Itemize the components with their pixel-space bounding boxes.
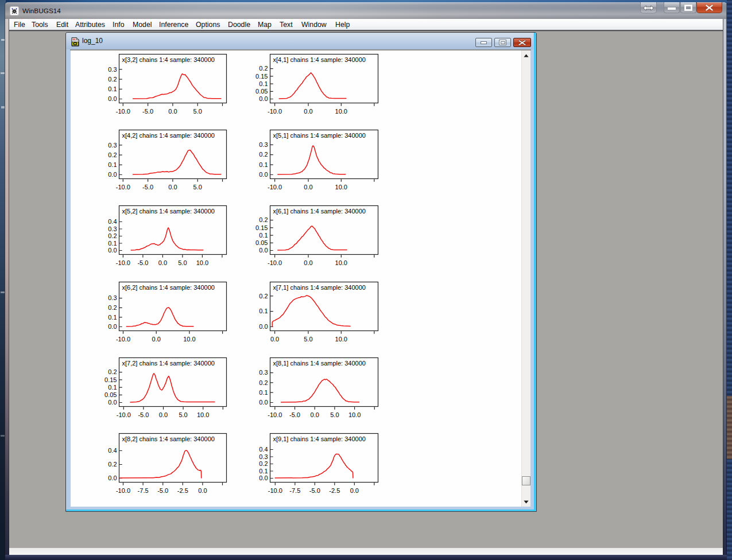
- svg-text:-10.0: -10.0: [268, 259, 282, 266]
- svg-text:0.2: 0.2: [259, 216, 268, 223]
- svg-text:0.1: 0.1: [259, 389, 268, 396]
- svg-text:0.2: 0.2: [108, 368, 117, 375]
- svg-text:0.2: 0.2: [259, 151, 268, 158]
- svg-text:10.0: 10.0: [348, 411, 361, 418]
- svg-text:0.3: 0.3: [108, 294, 117, 301]
- svg-text:0.4: 0.4: [108, 447, 117, 454]
- svg-text:-5.0: -5.0: [142, 184, 153, 190]
- svg-text:0.2: 0.2: [108, 151, 117, 158]
- svg-text:-10.0: -10.0: [116, 108, 130, 115]
- svg-text:-10.0: -10.0: [117, 411, 131, 418]
- svg-text:x[4,1] chains 1:4 sample: 3400: x[4,1] chains 1:4 sample: 340000: [273, 56, 366, 63]
- svg-text:-10.0: -10.0: [116, 259, 130, 266]
- svg-text:0.0: 0.0: [159, 411, 168, 418]
- svg-text:0.2: 0.2: [259, 293, 268, 300]
- svg-text:x[6,1] chains 1:4 sample: 3400: x[6,1] chains 1:4 sample: 340000: [273, 208, 366, 215]
- svg-text:0.0: 0.0: [259, 95, 268, 102]
- svg-text:0.05: 0.05: [104, 391, 117, 398]
- svg-text:0.1: 0.1: [108, 161, 117, 168]
- svg-text:0.0: 0.0: [108, 475, 117, 481]
- svg-text:-5.0: -5.0: [157, 487, 168, 494]
- svg-text:5.0: 5.0: [304, 336, 312, 343]
- svg-text:5.0: 5.0: [193, 108, 202, 115]
- svg-text:0.3: 0.3: [259, 141, 268, 148]
- svg-text:0.0: 0.0: [108, 95, 117, 102]
- svg-text:x[5,1] chains 1:4 sample: 3400: x[5,1] chains 1:4 sample: 340000: [273, 132, 366, 139]
- svg-text:0.2: 0.2: [108, 232, 117, 239]
- svg-text:5.0: 5.0: [178, 259, 187, 266]
- svg-text:-10.0: -10.0: [268, 184, 282, 190]
- svg-text:x[3,2] chains 1:4 sample: 3400: x[3,2] chains 1:4 sample: 340000: [122, 56, 215, 63]
- svg-text:0.0: 0.0: [198, 487, 207, 494]
- svg-text:-10.0: -10.0: [116, 184, 130, 190]
- svg-text:-7.5: -7.5: [289, 487, 300, 494]
- svg-text:-10.0: -10.0: [116, 336, 130, 343]
- svg-text:0.1: 0.1: [259, 161, 268, 168]
- svg-text:0.2: 0.2: [259, 460, 268, 467]
- svg-text:-10.0: -10.0: [116, 487, 130, 494]
- svg-text:0.0: 0.0: [311, 411, 319, 418]
- svg-text:0.2: 0.2: [108, 461, 117, 468]
- svg-text:-2.5: -2.5: [177, 487, 188, 494]
- svg-text:0.1: 0.1: [108, 85, 117, 92]
- svg-text:5.0: 5.0: [193, 184, 202, 190]
- svg-text:0.15: 0.15: [104, 376, 117, 383]
- svg-text:x[7,1] chains 1:4 sample: 3400: x[7,1] chains 1:4 sample: 340000: [273, 284, 366, 291]
- svg-text:10.0: 10.0: [183, 336, 195, 343]
- svg-text:0.1: 0.1: [259, 80, 268, 87]
- svg-text:0.1: 0.1: [108, 240, 117, 247]
- svg-text:0.0: 0.0: [304, 108, 312, 115]
- svg-text:0.2: 0.2: [108, 76, 117, 83]
- svg-text:0.4: 0.4: [259, 446, 268, 453]
- svg-text:0.1: 0.1: [259, 308, 268, 314]
- svg-text:0.0: 0.0: [108, 399, 117, 406]
- svg-text:0.4: 0.4: [108, 218, 117, 225]
- svg-text:0.0: 0.0: [108, 171, 117, 178]
- svg-text:0.05: 0.05: [255, 88, 268, 95]
- svg-text:-5.0: -5.0: [309, 487, 320, 494]
- svg-text:x[6,2] chains 1:4 sample: 3400: x[6,2] chains 1:4 sample: 340000: [122, 284, 215, 291]
- svg-text:x[8,2] chains 1:4 sample: 3400: x[8,2] chains 1:4 sample: 340000: [122, 435, 215, 442]
- svg-text:5.0: 5.0: [179, 411, 187, 418]
- svg-text:-10.0: -10.0: [268, 411, 282, 418]
- svg-text:0.0: 0.0: [108, 323, 117, 330]
- svg-text:x[8,1] chains 1:4 sample: 3400: x[8,1] chains 1:4 sample: 340000: [273, 360, 366, 367]
- svg-text:0.3: 0.3: [259, 453, 268, 460]
- svg-text:0.0: 0.0: [168, 108, 177, 115]
- svg-text:10.0: 10.0: [197, 411, 209, 418]
- svg-text:0.1: 0.1: [259, 232, 268, 239]
- svg-text:0.0: 0.0: [108, 247, 117, 254]
- svg-text:0.1: 0.1: [259, 468, 268, 475]
- svg-text:0.0: 0.0: [152, 336, 161, 343]
- svg-text:0.05: 0.05: [255, 239, 268, 246]
- svg-text:0.0: 0.0: [350, 487, 359, 494]
- svg-text:0.0: 0.0: [158, 259, 167, 266]
- svg-text:-5.0: -5.0: [137, 259, 148, 266]
- svg-text:-7.5: -7.5: [138, 487, 149, 494]
- svg-text:10.0: 10.0: [335, 108, 347, 115]
- svg-text:5.0: 5.0: [330, 411, 339, 418]
- svg-text:x[9,1] chains 1:4 sample: 3400: x[9,1] chains 1:4 sample: 340000: [273, 435, 366, 442]
- svg-text:-10.0: -10.0: [268, 487, 282, 494]
- svg-text:0.2: 0.2: [108, 304, 117, 311]
- svg-text:0.0: 0.0: [259, 171, 268, 178]
- svg-text:0.0: 0.0: [304, 259, 312, 266]
- svg-text:0.3: 0.3: [108, 142, 117, 149]
- svg-text:0.0: 0.0: [304, 184, 312, 190]
- svg-text:0.15: 0.15: [255, 73, 268, 80]
- svg-text:10.0: 10.0: [335, 259, 347, 266]
- svg-text:-2.5: -2.5: [329, 487, 340, 494]
- svg-text:0.3: 0.3: [108, 225, 117, 232]
- svg-text:-5.0: -5.0: [138, 411, 149, 418]
- svg-text:0.1: 0.1: [108, 314, 117, 321]
- svg-text:0.1: 0.1: [108, 384, 117, 391]
- svg-text:0.3: 0.3: [259, 369, 268, 376]
- svg-text:10.0: 10.0: [335, 184, 347, 190]
- svg-text:0.2: 0.2: [259, 65, 268, 72]
- svg-text:0.3: 0.3: [108, 66, 117, 73]
- svg-text:x[5,2] chains 1:4 sample: 3400: x[5,2] chains 1:4 sample: 340000: [122, 208, 215, 215]
- svg-text:-10.0: -10.0: [268, 108, 282, 115]
- svg-text:-5.0: -5.0: [289, 411, 300, 418]
- svg-text:x[4,2] chains 1:4 sample: 3400: x[4,2] chains 1:4 sample: 340000: [122, 132, 215, 139]
- svg-text:0.0: 0.0: [259, 475, 268, 481]
